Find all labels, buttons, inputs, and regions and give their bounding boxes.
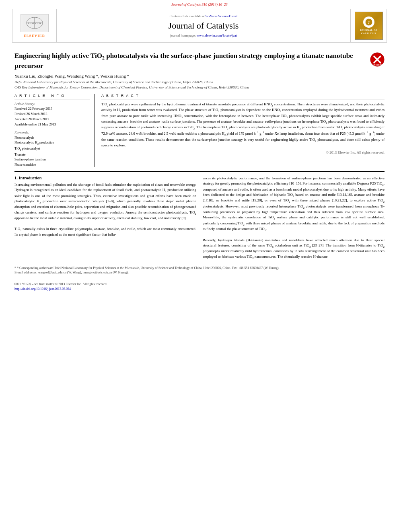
homepage-url[interactable]: www.elsevier.com/locate/jcat [197,33,237,37]
elsevier-logo: ELSEVIER ELSEVIER [21,14,49,38]
abstract-column: A B S T R A C T TiO2 photocatalysts were… [101,94,385,167]
authors: Yuanxu Liu, Zhonglei Wang, Wendong Wang … [14,74,385,78]
article-title-text: Engineering highly active TiO2 photocata… [14,51,370,70]
homepage-label: journal homepage: [170,33,196,37]
abstract-text: TiO2 photocatalysts were synthesized by … [101,102,385,148]
svg-text:ELSEVIER: ELSEVIER [28,22,41,25]
contents-text: Contents lists available at [170,14,205,18]
footnote-email: E-mail addresses: wangwd@ustc.edu.cn (W.… [14,270,385,275]
footer-doi-link[interactable]: http://dx.doi.org/10.1016/j.jcat.2013.03… [14,287,71,291]
affiliation1: Hefei National Laboratory for Physical S… [14,80,385,85]
footer: 0021-9517/$ – see front matter © 2013 El… [0,280,399,292]
journal-title-area: Contents lists available at SciVerse Sci… [57,9,350,42]
homepage-line: journal homepage: www.elsevier.com/locat… [170,33,237,37]
copyright-text: © 2013 Elsevier Inc. All rights reserved… [101,150,385,154]
sciverse-line: Contents lists available at SciVerse Sci… [170,14,238,18]
article-info-column: A R T I C L E I N F O Article history: R… [14,94,95,167]
received-date: Received 22 February 2013 [14,107,90,111]
elsevier-logo-graphic: ELSEVIER [21,14,49,32]
keyword-2: Photocatalytic H2 production [14,140,90,146]
intro-heading: 1. Introduction [14,176,196,180]
elsevier-wordmark: ELSEVIER [24,34,45,38]
sciverse-link[interactable]: SciVerse ScienceDirect [206,14,238,18]
footer-issn-text: 0021-9517/$ – see front matter © 2013 El… [14,282,107,286]
keyword-3: TiO2 photocatalyst [14,146,90,152]
section-divider [14,171,385,172]
journal-logo: J JOURNAL OF CATALYSIS [355,12,383,40]
svg-text:CrossMark: CrossMark [372,64,383,66]
page: Journal of Catalysis 310 (2014) 16–23 EL… [0,0,399,532]
journal-reference: Journal of Catalysis 310 (2014) 16–23 [0,0,399,7]
logo-icon: J [363,16,374,28]
intro-col-left: 1. Introduction Increasing environmental… [14,176,196,260]
authors-text: Yuanxu Liu, Zhonglei Wang, Wendong Wang … [14,74,129,78]
affiliation2: CAS Key Laboratory of Materials for Ener… [14,85,385,90]
crossmark-badge: CrossMark [370,52,385,67]
footer-issn: 0021-9517/$ – see front matter © 2013 El… [14,282,385,286]
svg-text:J: J [368,21,370,25]
footer-doi: http://dx.doi.org/10.1016/j.jcat.2013.03… [14,287,385,291]
journal-title: Journal of Catalysis [169,21,239,31]
article-title-section: Engineering highly active TiO2 photocata… [14,51,385,70]
history-label: Article history: [14,102,90,106]
keywords-section: Keywords: Photocatalysis Photocatalytic … [14,130,90,167]
article-content: Engineering highly active TiO2 photocata… [0,44,399,278]
affiliations: Hefei National Laboratory for Physical S… [14,80,385,90]
elsevier-branding: ELSEVIER ELSEVIER [12,9,57,42]
footnote-star: * * Corresponding authors at: Hefei Nati… [14,266,385,270]
revised-date: Revised 26 March 2013 [14,112,90,117]
introduction-section: 1. Introduction Increasing environmental… [14,176,385,260]
footnotes: * * Corresponding authors at: Hefei Nati… [14,264,385,275]
keywords-label: Keywords: [14,130,90,134]
available-date: Available online 21 May 2013 [14,122,90,127]
intro-text-left: Increasing environmental pollution and t… [14,182,196,238]
journal-logo-area: J JOURNAL OF CATALYSIS [350,9,387,42]
info-abstract-section: A R T I C L E I N F O Article history: R… [14,94,385,167]
journal-ref-text: Journal of Catalysis 310 (2014) 16–23 [171,2,228,6]
article-info-label: A R T I C L E I N F O [14,94,90,99]
intro-text-right: ences its photocatalytic performance, an… [203,176,385,260]
keyword-6: Phase transition [14,162,90,167]
keyword-1: Photocatalysis [14,135,90,140]
intro-col-right: ences its photocatalytic performance, an… [203,176,385,260]
journal-header: ELSEVIER ELSEVIER Contents lists availab… [12,9,387,43]
keyword-5: Surface-phase junction [14,157,90,162]
accepted-date: Accepted 28 March 2013 [14,117,90,122]
keyword-4: Titanate [14,152,90,157]
abstract-label: A B S T R A C T [101,94,385,99]
